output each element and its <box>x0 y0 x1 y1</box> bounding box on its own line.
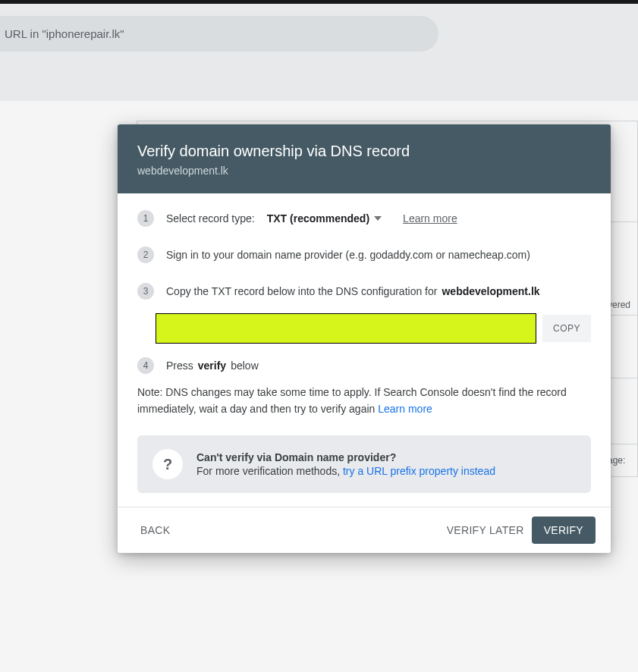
step-3-row: 3 Copy the TXT record below into the DNS… <box>137 283 591 300</box>
step-number: 4 <box>137 357 154 374</box>
copy-button[interactable]: COPY <box>542 315 591 342</box>
step-3-prefix: Copy the TXT record below into the DNS c… <box>166 285 437 297</box>
step-1-text: Select record type: TXT (recommended) Le… <box>166 212 457 225</box>
note-learn-more-link[interactable]: Learn more <box>378 403 432 415</box>
step-4-row: 4 Press verify below <box>137 357 591 374</box>
info-title: Can't verify via Domain name provider? <box>196 451 495 463</box>
verify-button[interactable]: VERIFY <box>532 517 596 544</box>
modal-footer: BACK VERIFY LATER VERIFY <box>118 507 611 553</box>
step-4-suffix: below <box>231 360 259 372</box>
txt-record-box[interactable] <box>156 313 536 344</box>
info-content: Can't verify via Domain name provider? F… <box>196 451 495 477</box>
modal-subtitle: webdevelopment.lk <box>137 165 591 177</box>
modal-header: Verify domain ownership via DNS record w… <box>118 124 611 193</box>
step-3-text: Copy the TXT record below into the DNS c… <box>166 285 540 297</box>
question-mark-icon: ? <box>163 456 172 473</box>
info-subtitle: For more verification methods, try a URL… <box>196 465 495 477</box>
help-icon: ? <box>152 449 183 479</box>
step-4-prefix: Press <box>166 360 193 372</box>
dropdown-value: TXT (recommended) <box>267 212 369 225</box>
step-number: 2 <box>137 247 154 263</box>
verify-domain-modal: Verify domain ownership via DNS record w… <box>118 124 611 553</box>
verify-later-button[interactable]: VERIFY LATER <box>439 518 532 542</box>
modal-body: 1 Select record type: TXT (recommended) … <box>118 193 611 507</box>
note-text: Note: DNS changes may take some time to … <box>137 385 591 417</box>
note-body: Note: DNS changes may take some time to … <box>137 386 567 415</box>
step-4-text: Press verify below <box>166 360 259 372</box>
step-3-domain: webdevelopment.lk <box>442 285 539 297</box>
modal-title: Verify domain ownership via DNS record <box>137 143 591 160</box>
step-number: 1 <box>137 210 154 227</box>
step-2-text: Sign in to your domain name provider (e.… <box>166 249 530 261</box>
back-button[interactable]: BACK <box>133 518 178 542</box>
step-1-row: 1 Select record type: TXT (recommended) … <box>137 210 591 227</box>
step-2-row: 2 Sign in to your domain name provider (… <box>137 247 591 263</box>
step-1-label: Select record type: <box>166 212 255 225</box>
chevron-down-icon <box>374 216 382 221</box>
step-number: 3 <box>137 283 154 300</box>
record-type-dropdown[interactable]: TXT (recommended) <box>267 212 382 225</box>
txt-record-row: COPY <box>156 313 591 344</box>
step-4-bold: verify <box>198 360 226 372</box>
url-prefix-link[interactable]: try a URL prefix property instead <box>343 465 495 477</box>
info-box: ? Can't verify via Domain name provider?… <box>137 435 591 493</box>
learn-more-link[interactable]: Learn more <box>403 212 457 225</box>
info-sub-prefix: For more verification methods, <box>196 465 343 477</box>
